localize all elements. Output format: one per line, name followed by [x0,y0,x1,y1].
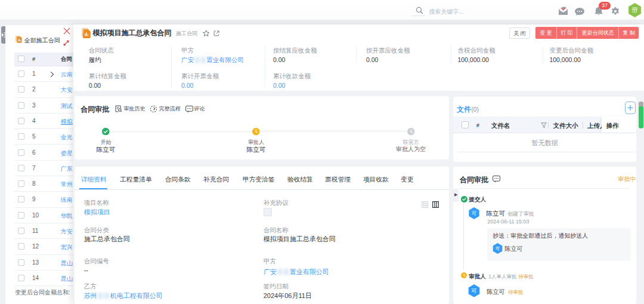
svg-text:可: 可 [495,246,500,251]
svg-text:可: 可 [472,288,477,294]
svg-text:可: 可 [471,210,476,216]
